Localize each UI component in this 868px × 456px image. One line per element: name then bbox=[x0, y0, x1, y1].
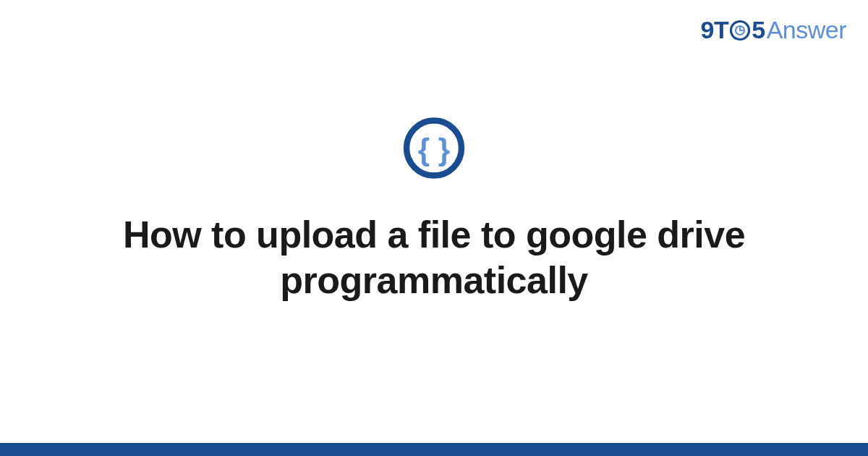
logo-text-5: 5 bbox=[752, 16, 765, 44]
site-logo: 9T 5 Answer bbox=[701, 16, 846, 44]
main-content: { } How to upload a file to google drive… bbox=[43, 116, 825, 303]
svg-text:{ }: { } bbox=[418, 132, 450, 166]
page-title: How to upload a file to google drive pro… bbox=[43, 211, 825, 303]
bottom-accent-bar bbox=[0, 443, 868, 456]
logo-text-9t: 9T bbox=[701, 16, 729, 44]
braces-icon: { } bbox=[402, 116, 466, 180]
logo-clock-icon bbox=[729, 20, 751, 41]
logo-text-answer: Answer bbox=[767, 16, 846, 44]
